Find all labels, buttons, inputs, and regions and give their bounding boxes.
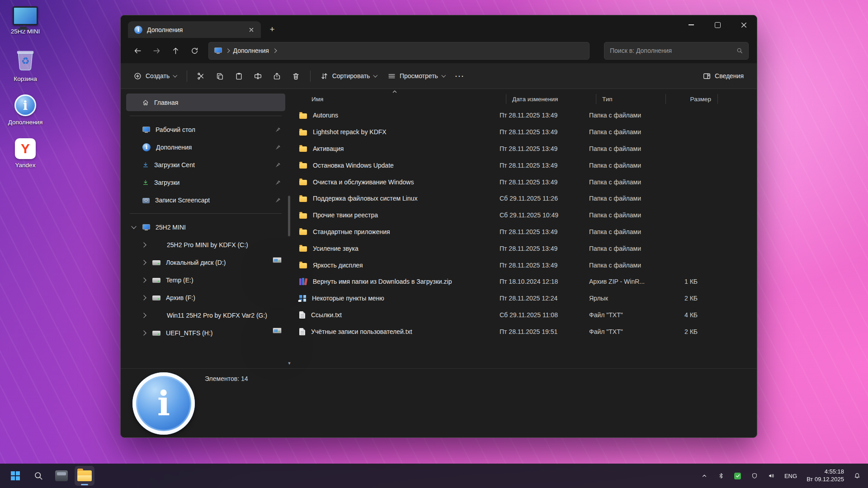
file-row[interactable]: Стандартные приложения Пт 28.11.2025 13:…: [296, 224, 752, 240]
file-row[interactable]: Autoruns Пт 28.11.2025 13:49 Папка с фай…: [296, 107, 752, 124]
security-tray-button[interactable]: [749, 469, 760, 483]
desktop-icon-dopolneniya[interactable]: i Дополнения: [4, 94, 47, 126]
more-options-button[interactable]: ···: [451, 67, 469, 84]
maximize-button[interactable]: [704, 15, 731, 34]
taskbar-app-button[interactable]: [52, 466, 71, 486]
start-button[interactable]: [5, 466, 25, 486]
up-button[interactable]: [167, 42, 184, 59]
file-row[interactable]: Поддержка файловых систем Linux Сб 29.11…: [296, 190, 752, 207]
chevron-right-icon[interactable]: [141, 260, 146, 265]
folder-icon: [299, 197, 307, 202]
sidebar-item-drive-d[interactable]: Локальный диск (D:): [126, 253, 285, 271]
address-bar[interactable]: Дополнения: [208, 42, 590, 60]
sidebar-scrollbar[interactable]: ▼: [287, 92, 292, 366]
refresh-button[interactable]: [186, 42, 203, 59]
sidebar-item-desktop[interactable]: Рабочий стол: [126, 121, 285, 138]
desktop-icon-25h2-mini[interactable]: 25H2 MINI: [4, 6, 47, 35]
sidebar-item-zagruzki[interactable]: Загрузки: [126, 174, 285, 191]
share-button[interactable]: [268, 67, 286, 84]
file-row[interactable]: Ссылки.txt Сб 29.11.2025 11:08 Файл "TXT…: [296, 307, 752, 324]
bluetooth-button[interactable]: [716, 469, 726, 483]
divider: [310, 70, 311, 82]
file-name: Прочие твики реестра: [313, 211, 378, 219]
taskbar-search-button[interactable]: [28, 466, 48, 486]
notifications-button[interactable]: [852, 469, 863, 483]
desktop-icon-recycle-bin[interactable]: ♻ Корзина: [4, 47, 47, 83]
file-row[interactable]: Прочие твики реестра Сб 29.11.2025 10:49…: [296, 207, 752, 224]
column-header-size[interactable]: Размер: [665, 94, 718, 104]
zip-archive-icon: [299, 278, 307, 285]
sidebar-item-drive-g[interactable]: Win11 25H2 Pro by KDFX Var2 (G:): [126, 306, 285, 324]
paste-button[interactable]: [230, 67, 248, 84]
file-row[interactable]: Некоторые пункты меню Пт 28.11.2025 12:2…: [296, 290, 752, 307]
file-row[interactable]: Усиление звука Пт 28.11.2025 13:49 Папка…: [296, 240, 752, 257]
minimize-button[interactable]: [678, 15, 704, 34]
language-indicator[interactable]: ENG: [783, 469, 799, 483]
sidebar-item-drive-c[interactable]: 25H2 Pro MINI by KDFX (C:): [126, 236, 285, 253]
recycle-bin-icon: ♻: [14, 47, 37, 73]
taskbar-file-explorer-button[interactable]: [75, 466, 94, 486]
volume-button[interactable]: [766, 469, 777, 483]
file-row[interactable]: Lightshot repack by KDFX Пт 28.11.2025 1…: [296, 124, 752, 141]
sidebar-item-label: Главная: [154, 99, 178, 106]
sidebar-item-25h2-mini[interactable]: 25H2 MINI: [126, 218, 285, 236]
copy-button[interactable]: [211, 67, 229, 84]
antivirus-tray-button[interactable]: [732, 469, 743, 483]
column-header-date[interactable]: Дата изменения: [506, 94, 596, 104]
tab-close-button[interactable]: [245, 24, 257, 36]
sidebar-item-screencapt[interactable]: Записи Screencapt: [126, 191, 285, 209]
scrollbar-thumb[interactable]: [288, 196, 290, 236]
delete-button[interactable]: [287, 67, 305, 84]
file-explorer-icon: [77, 470, 92, 481]
file-row[interactable]: Активация Пт 28.11.2025 13:49 Папка с фа…: [296, 141, 752, 157]
search-icon: [34, 471, 43, 480]
new-tab-button[interactable]: +: [264, 22, 280, 37]
file-type: Папка с файлами: [583, 195, 652, 202]
desktop-icon-yandex[interactable]: Y Yandex: [4, 138, 47, 169]
this-pc-icon: [214, 47, 222, 54]
sidebar-item-dopolneniya[interactable]: i Дополнения: [126, 138, 285, 156]
forward-button[interactable]: [148, 42, 165, 59]
chevron-right-icon[interactable]: [141, 330, 146, 335]
chevron-right-icon[interactable]: [141, 295, 146, 300]
maximize-icon: [715, 22, 721, 28]
clock[interactable]: 4:55:18 Вт 09.12.2025: [805, 468, 846, 483]
column-header-type[interactable]: Тип: [596, 94, 665, 104]
back-button[interactable]: [129, 42, 146, 59]
chevron-right-icon[interactable]: [141, 242, 146, 247]
file-name: Lightshot repack by KDFX: [313, 128, 387, 136]
sidebar-item-drive-f[interactable]: Архив (F:): [126, 289, 285, 306]
file-row[interactable]: Учётные записи пользователей.txt Пт 28.1…: [296, 323, 752, 340]
search-input[interactable]: Поиск в: Дополнения: [604, 42, 749, 60]
chevron-right-icon[interactable]: [141, 277, 146, 282]
sidebar-item-drive-e[interactable]: Temp (E:): [126, 271, 285, 289]
status-bar: i Элементов: 14: [121, 368, 757, 437]
file-row[interactable]: Яркость дисплея Пт 28.11.2025 13:49 Папк…: [296, 257, 752, 273]
file-row[interactable]: Вернуть имя папки из Downloads в Загрузк…: [296, 273, 752, 290]
create-button[interactable]: Создать: [129, 67, 182, 84]
details-pane-button[interactable]: Сведения: [698, 67, 749, 84]
sidebar-item-drive-h[interactable]: UEFI_NTFS (H:): [126, 324, 285, 342]
file-name: Стандартные приложения: [313, 228, 390, 235]
column-header-name[interactable]: Имя: [296, 94, 506, 104]
hidden-icons-button[interactable]: [699, 469, 710, 483]
scroll-down-arrow[interactable]: ▼: [287, 361, 292, 366]
desktop-icon-area: 25H2 MINI ♻ Корзина i Дополнения Y Yande…: [4, 6, 47, 169]
view-button[interactable]: Просмотреть: [383, 67, 450, 84]
cut-button[interactable]: [192, 67, 210, 84]
sidebar-item-home[interactable]: Главная: [126, 94, 285, 111]
chevron-down-icon[interactable]: [131, 224, 136, 229]
sidebar-item-label: Дополнения: [156, 144, 192, 151]
close-window-button[interactable]: [731, 15, 757, 34]
tab-dopolneniya[interactable]: i Дополнения: [128, 21, 261, 38]
file-row[interactable]: Остановка Windows Update Пт 28.11.2025 1…: [296, 157, 752, 174]
sidebar-item-zagruzki-cent[interactable]: Загрузки Cent: [126, 156, 285, 174]
sidebar-item-label: 25H2 Pro MINI by KDFX (C:): [167, 241, 248, 249]
breadcrumb-segment[interactable]: Дополнения: [233, 47, 269, 54]
sort-button[interactable]: Сортировать: [316, 67, 382, 84]
file-row[interactable]: Очистка и обслуживание Windows Пт 28.11.…: [296, 174, 752, 190]
file-date: Пт 28.11.2025 13:49: [494, 145, 583, 152]
file-date: Пт 28.11.2025 13:49: [494, 162, 583, 169]
rename-button[interactable]: [249, 67, 267, 84]
chevron-right-icon[interactable]: [141, 313, 146, 318]
